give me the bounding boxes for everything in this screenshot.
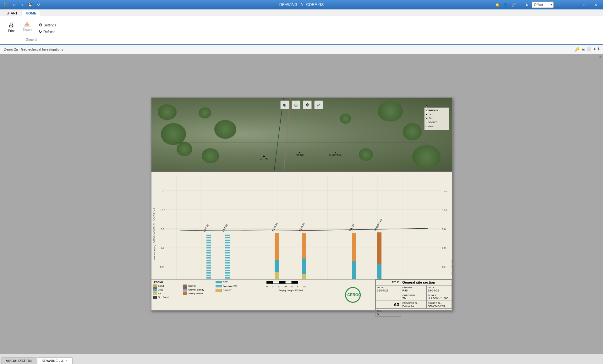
drawn-value: RJS [403, 289, 425, 292]
ceroc-circle: ● CEROC [345, 287, 361, 303]
titlebar: ◁ ▷ 💾 ↺ DRAWING - A - CORE-GS 🔔 👤 🔗 ↻ Of… [0, 0, 603, 9]
ribbon: Print Export Settings Refresh General [0, 16, 603, 45]
settings-icon [39, 23, 42, 27]
settings-button[interactable]: Settings [37, 22, 58, 28]
infobar: Demo 2a - Geotechnical Investigations ⬜ … [0, 45, 603, 54]
settings2-icon[interactable]: ⬜ [587, 47, 591, 52]
collapse-arrow[interactable]: ▲ [599, 55, 602, 58]
paper-size: A3 [394, 302, 399, 307]
cross-section-area: CPT-07 CPT-01 NEW-21 NEW-02 RA-Q3 BH/CPT… [151, 172, 452, 279]
maximize-button[interactable]: □ [580, 2, 589, 8]
reload-icon[interactable]: ↻ [524, 2, 530, 8]
section-grid [151, 172, 452, 279]
tab-start[interactable]: START [3, 10, 22, 16]
print2-icon[interactable] [581, 47, 585, 52]
office-dropdown[interactable]: Office [532, 2, 554, 8]
info-icon[interactable]: ℹ [598, 47, 599, 52]
scale-value: H 1:500 V 1:500 [428, 297, 450, 300]
zoom-out-icon: ⊖ [294, 102, 298, 107]
window-title: DRAWING - A - CORE-GS [279, 3, 324, 7]
export-button[interactable]: Export [20, 20, 34, 33]
pan-icon: ✥ [305, 102, 309, 107]
project-no-value: Demo 2a [403, 305, 425, 308]
veg-spot [412, 145, 441, 169]
svg-rect-93 [285, 281, 292, 284]
title-label: TITLE: [392, 281, 400, 284]
scalebar-section: 0 5 10 20 30 40 50 Display Length: 113.1… [252, 280, 331, 310]
title-block: TITLE: General site section DRAWN. RJS D… [375, 280, 452, 310]
veg-spot [202, 148, 219, 163]
share-icon[interactable]: 🔗 [511, 2, 517, 8]
svg-rect-90 [266, 281, 273, 284]
zoom-in-button[interactable]: ⊕ [280, 101, 289, 109]
veg-spot [214, 120, 236, 139]
legend-block: LEGEND Sand Gravel Clay Gravel, Sandy Si… [151, 279, 452, 310]
forward-icon[interactable]: ▷ [19, 2, 25, 8]
back-icon[interactable]: ◁ [11, 2, 17, 8]
section-title: General site section [402, 280, 435, 284]
checked-value: TM [403, 297, 425, 300]
svg-rect-92 [279, 281, 285, 284]
app-icon [3, 2, 9, 8]
map-borehole-bhcpt01: ● BH/CPT-01 [329, 151, 342, 156]
export-icon [24, 21, 30, 27]
svg-rect-1 [6, 3, 8, 4]
tab-visualization[interactable]: VISUALIZATION [1, 357, 36, 364]
section-vertical-label: Cross-section A - CORE-GS [152, 208, 156, 243]
refresh-icon [39, 29, 42, 34]
checked-cell: DATE. 19-04-22 [426, 285, 452, 293]
tab-home[interactable]: HOME [22, 10, 40, 16]
ceroc-logo: ● CEROC [340, 285, 365, 304]
fit-icon: ⤢ [317, 102, 321, 107]
svg-text:5: 5 [272, 285, 273, 288]
expand-icon[interactable]: ⊞ [556, 2, 562, 8]
svg-text:0: 0 [266, 285, 268, 288]
pan-button[interactable]: ✥ [303, 101, 312, 109]
project-no-cell: PROJECT No. Demo 2a [401, 301, 426, 309]
print-label: Print [8, 29, 15, 33]
veg-spot [403, 123, 422, 140]
user-icon[interactable]: 👤 [502, 2, 509, 8]
veg-spot [161, 123, 186, 145]
veg-spot [158, 104, 177, 120]
legend-section: LEGEND Sand Gravel Clay Gravel, Sandy Si… [151, 280, 214, 310]
figure-no-value: DRW240-269 [428, 305, 450, 308]
drawing-a-tab-close[interactable]: ✕ [65, 359, 68, 362]
infobar-right: ⬜ ⬇ ℹ [575, 47, 599, 52]
date-checked-value: 19-04-22 [377, 289, 399, 292]
svg-text:30: 30 [290, 285, 293, 288]
svg-text:10: 10 [278, 285, 280, 288]
notification-icon[interactable]: 🔔 [494, 2, 501, 8]
save-icon[interactable]: 💾 [27, 2, 33, 8]
ceroc-logo-box: ● CEROC [331, 280, 375, 310]
refresh-button[interactable]: Refresh [37, 29, 58, 35]
ribbon-tabs: START HOME [0, 9, 603, 16]
group-label-general: General [26, 38, 37, 41]
svg-rect-0 [4, 3, 5, 4]
minimize-button[interactable]: ─ [568, 2, 578, 8]
main-content: ▲ ⊕ ⊖ ✥ ⤢ [0, 54, 603, 354]
legend-title: LEGEND [153, 281, 213, 284]
svg-text:20: 20 [284, 285, 287, 288]
download-icon[interactable]: ⬇ [593, 47, 596, 52]
settings-label: Settings [44, 23, 56, 27]
visualization-tab-label: VISUALIZATION [6, 359, 32, 363]
zoom-out-button[interactable]: ⊖ [292, 101, 300, 109]
revision-cell: Rev. A [376, 309, 401, 317]
svg-text:Display Length: 113.166: Display Length: 113.166 [279, 289, 303, 292]
map-borehole-cpt07: ▲ CPT-07 [260, 154, 268, 160]
close-button[interactable]: ✕ [591, 2, 600, 8]
tab-drawing-a[interactable]: DRAWING - A ✕ [37, 357, 73, 364]
title-text: DRAWING - A - CORE-GS [279, 3, 324, 7]
project-name: Demo 2a - Geotechnical Investigations [4, 47, 63, 51]
refresh-label: Refresh [43, 30, 56, 34]
print-button[interactable]: Print [5, 20, 18, 34]
survey-line [170, 143, 427, 143]
map-toolbar: ⊕ ⊖ ✥ ⤢ [280, 101, 323, 109]
veg-spot [378, 101, 403, 122]
fit-button[interactable]: ⤢ [314, 101, 323, 109]
svg-text:50: 50 [303, 285, 305, 288]
undo-icon[interactable]: ↺ [35, 2, 41, 8]
title-block-grid: DRAWN. RJS DATE. 19-04-22 DATE. 19-04-22… [376, 285, 452, 317]
key-icon[interactable] [575, 47, 579, 52]
